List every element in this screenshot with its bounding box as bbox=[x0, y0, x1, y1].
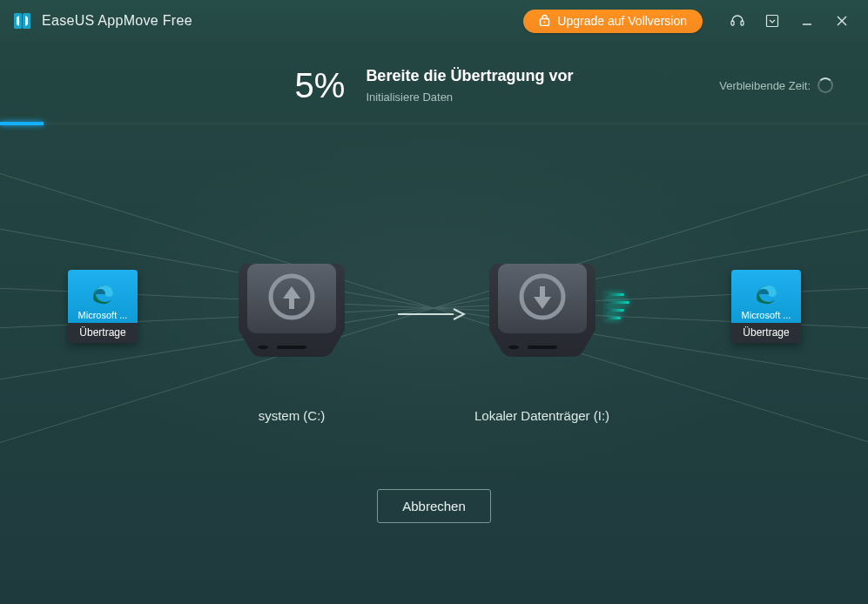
progress-title: Bereite die Übertragung vor bbox=[366, 67, 573, 85]
destination-app-tile: Microsoft ... Übertrage bbox=[731, 270, 801, 343]
arrow-right-icon bbox=[396, 305, 466, 323]
minimize-button[interactable] bbox=[790, 7, 824, 35]
svg-point-29 bbox=[508, 346, 519, 349]
svg-line-14 bbox=[0, 308, 434, 386]
edge-icon bbox=[755, 283, 777, 308]
svg-rect-30 bbox=[528, 346, 557, 349]
source-app-tile: Microsoft ... Übertrage bbox=[68, 270, 138, 343]
svg-rect-6 bbox=[767, 16, 778, 27]
destination-drive-icon bbox=[477, 260, 608, 365]
upgrade-button[interactable]: Upgrade auf Vollversion bbox=[523, 10, 703, 33]
cancel-button[interactable]: Abbrechen bbox=[377, 489, 491, 523]
svg-line-12 bbox=[0, 286, 434, 308]
window-buttons bbox=[720, 7, 859, 35]
upgrade-label: Upgrade auf Vollversion bbox=[557, 14, 687, 28]
destination-app-name: Microsoft ... bbox=[742, 310, 791, 320]
progress-subtitle: Initialisiere Daten bbox=[366, 91, 573, 104]
edge-icon bbox=[91, 283, 114, 308]
svg-point-3 bbox=[544, 21, 546, 23]
svg-line-11 bbox=[0, 221, 434, 308]
app-title: EaseUS AppMove Free bbox=[42, 13, 192, 29]
source-drive-label: system (C:) bbox=[259, 408, 326, 423]
destination-app-status: Übertrage bbox=[731, 323, 801, 343]
cancel-area: Abbrechen bbox=[0, 477, 868, 523]
dropdown-icon bbox=[765, 14, 779, 28]
minimize-icon bbox=[801, 15, 813, 27]
source-app-status: Übertrage bbox=[68, 323, 138, 343]
source-drive-icon bbox=[226, 260, 357, 365]
support-button[interactable] bbox=[720, 7, 755, 35]
svg-line-13 bbox=[0, 308, 434, 330]
svg-line-10 bbox=[0, 160, 434, 308]
close-icon bbox=[836, 15, 848, 27]
remaining-time-label: Verbleibende Zeit: bbox=[719, 79, 811, 92]
svg-point-24 bbox=[258, 346, 268, 349]
menu-dropdown-button[interactable] bbox=[755, 7, 790, 35]
transfer-pulse bbox=[605, 293, 629, 319]
refresh-icon bbox=[818, 77, 833, 93]
transfer-stage: system (C:) bbox=[0, 125, 868, 477]
svg-line-15 bbox=[0, 308, 434, 456]
remaining-time: Verbleibende Zeit: bbox=[719, 77, 833, 93]
destination-drive: Lokaler Datenträger (I:) bbox=[474, 260, 609, 423]
close-button[interactable] bbox=[824, 7, 859, 35]
source-app-name: Microsoft ... bbox=[78, 310, 128, 320]
headset-icon bbox=[730, 13, 745, 29]
titlebar: EaseUS AppMove Free Upgrade auf Vollvers… bbox=[0, 0, 868, 42]
app-logo-icon bbox=[14, 12, 31, 30]
progress-header: 5% Bereite die Übertragung vor Initialis… bbox=[0, 49, 868, 122]
lock-icon bbox=[539, 14, 550, 29]
destination-drive-label: Lokaler Datenträger (I:) bbox=[474, 408, 609, 423]
source-drive: system (C:) bbox=[226, 260, 357, 423]
svg-rect-25 bbox=[277, 346, 306, 349]
progress-percent: 5% bbox=[295, 66, 346, 105]
